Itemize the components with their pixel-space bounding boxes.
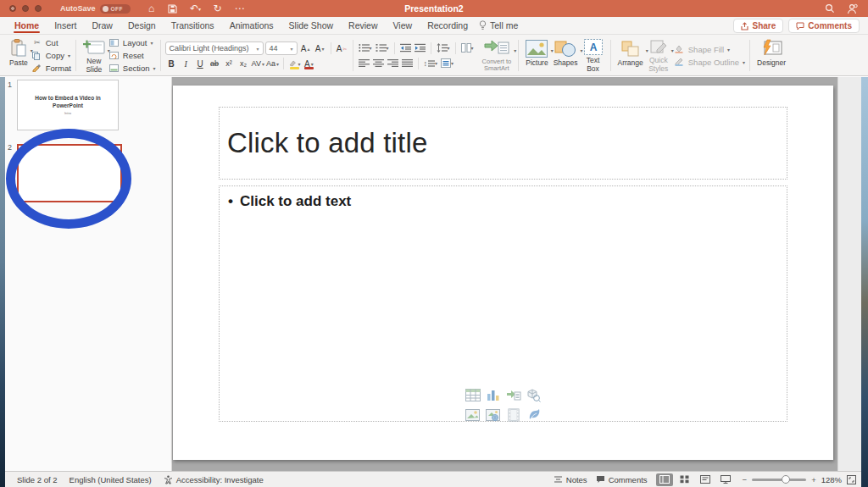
undo-button[interactable]: ↶▾ — [190, 3, 202, 14]
zoom-window-button[interactable] — [35, 5, 42, 12]
slide1-thumbnail[interactable]: How to Embed a Video in PowerPoint Intro — [17, 80, 119, 130]
strikethrough-button[interactable]: ab — [209, 58, 221, 69]
picture-button[interactable]: ▾ Picture — [523, 37, 550, 74]
tab-home[interactable]: Home — [7, 17, 47, 34]
shape-outline-button[interactable]: Shape Outline ▾ — [675, 56, 745, 68]
fit-to-window-icon[interactable] — [847, 475, 856, 484]
account-icon[interactable] — [847, 3, 858, 14]
tab-insert[interactable]: Insert — [47, 17, 84, 34]
justify-icon — [402, 58, 413, 68]
insert-table-icon[interactable] — [465, 388, 481, 402]
italic-button[interactable]: I — [180, 58, 192, 69]
text-direction-button[interactable]: ↕ ▾ — [423, 58, 439, 69]
tab-view[interactable]: View — [386, 17, 420, 34]
shapes-button[interactable]: ▾ Shapes — [551, 37, 581, 74]
align-center-button[interactable] — [372, 58, 385, 69]
highlight-color-button[interactable]: ▾ — [288, 58, 301, 69]
underline-button[interactable]: U — [194, 58, 207, 69]
increase-indent-button[interactable] — [414, 42, 426, 54]
layout-button[interactable]: Layout ▾ — [109, 37, 156, 49]
tab-transitions[interactable]: Transitions — [164, 17, 222, 34]
copy-button[interactable]: Copy ▾ — [32, 50, 71, 62]
close-window-button[interactable] — [9, 5, 16, 12]
tab-review[interactable]: Review — [341, 17, 385, 34]
notes-button[interactable]: Notes — [554, 475, 587, 484]
columns-button[interactable]: ▾ — [460, 42, 475, 54]
comments-button[interactable]: Comments — [788, 19, 860, 33]
tab-slide-show[interactable]: Slide Show — [281, 17, 342, 34]
accessibility-status[interactable]: Accessibility: Investigate — [164, 475, 264, 484]
text-box-button[interactable]: A Text Box — [581, 37, 606, 74]
zoom-slider-knob[interactable] — [782, 475, 790, 484]
body-placeholder[interactable]: • Click to add text — [219, 185, 787, 422]
zoom-slider[interactable] — [752, 479, 806, 481]
tab-animations[interactable]: Animations — [222, 17, 281, 34]
convert-to-smartart-button[interactable]: ▾ Convert to SmartArt — [480, 37, 515, 74]
designer-button[interactable]: Designer — [754, 37, 788, 74]
slide-show-button[interactable] — [717, 473, 734, 486]
zoom-out-button[interactable]: − — [743, 475, 748, 484]
font-color-button[interactable]: A ▾ — [303, 58, 315, 69]
new-slide-button[interactable]: ▾ New Slide — [81, 37, 108, 74]
save-icon[interactable] — [168, 4, 180, 14]
reset-button[interactable]: Reset — [109, 50, 156, 62]
align-right-button[interactable] — [387, 58, 399, 69]
language-indicator[interactable]: English (United States) — [70, 475, 152, 484]
insert-stock-image-icon[interactable] — [486, 407, 501, 422]
cut-button[interactable]: ✂ Cut — [32, 37, 71, 49]
slide-editor[interactable]: Click to add title • Click to add text — [173, 86, 833, 460]
more-commands-icon[interactable]: ⋯ — [234, 3, 246, 14]
font-size-select[interactable]: 44 ▾ — [265, 42, 298, 55]
change-case-button[interactable]: Aa▾ — [266, 58, 279, 69]
slide-number-indicator[interactable]: Slide 2 of 2 — [17, 475, 58, 484]
justify-button[interactable] — [401, 58, 414, 69]
character-spacing-button[interactable]: AV▾ — [252, 58, 264, 69]
zoom-level[interactable]: 128% — [821, 475, 842, 484]
insert-video-icon[interactable] — [506, 407, 521, 422]
insert-icon-icon[interactable] — [526, 407, 542, 422]
tell-me-button[interactable]: Tell me — [479, 20, 518, 30]
font-name-select[interactable]: Calibri Light (Headings) ▾ — [165, 42, 264, 55]
reading-view-button[interactable] — [697, 473, 714, 486]
subscript-button[interactable]: x₂ — [237, 58, 250, 69]
redo-button[interactable]: ↻ — [212, 3, 224, 14]
line-spacing-button[interactable]: ▾ — [436, 42, 451, 54]
superscript-button[interactable]: x² — [223, 58, 236, 69]
insert-picture-icon[interactable] — [465, 407, 481, 422]
bullets-button[interactable]: ▾ — [358, 42, 373, 54]
home-icon[interactable]: ⌂ — [146, 3, 158, 14]
tab-draw[interactable]: Draw — [84, 17, 120, 34]
tab-recording[interactable]: Recording — [420, 17, 476, 34]
decrease-font-size-button[interactable]: A▾ — [314, 42, 326, 54]
share-button[interactable]: Share — [733, 19, 784, 33]
tab-design[interactable]: Design — [120, 17, 164, 34]
insert-chart-icon[interactable] — [486, 388, 501, 402]
bold-button[interactable]: B — [165, 58, 178, 69]
paste-button[interactable]: ▾ Paste — [7, 37, 31, 74]
autosave-switch[interactable]: OFF — [100, 4, 131, 14]
align-text-button[interactable]: ▾ — [440, 58, 454, 69]
slide-sorter-view-button[interactable] — [676, 473, 693, 486]
quick-styles-button[interactable]: ▾ Quick Styles — [646, 37, 671, 74]
insert-smartart-icon[interactable] — [506, 388, 521, 402]
clear-formatting-button[interactable]: A✂ — [336, 42, 348, 54]
format-painter-button[interactable]: Format — [32, 62, 71, 74]
title-placeholder-text: Click to add title — [220, 127, 428, 159]
statusbar-comments-button[interactable]: Comments — [596, 475, 648, 484]
minimize-window-button[interactable] — [22, 5, 29, 12]
svg-text:A: A — [589, 42, 597, 53]
align-left-button[interactable] — [358, 58, 370, 69]
title-placeholder[interactable]: Click to add title — [219, 107, 787, 180]
arrange-button[interactable]: ▾ Arrange — [615, 37, 646, 74]
zoom-in-button[interactable]: + — [811, 475, 816, 484]
normal-view-button[interactable] — [656, 473, 673, 486]
vertical-scrollbar[interactable] — [837, 77, 861, 471]
autosave-toggle[interactable]: AutoSave OFF — [60, 4, 131, 14]
insert-3d-model-icon[interactable] — [526, 388, 542, 402]
decrease-indent-button[interactable] — [399, 42, 412, 54]
increase-font-size-button[interactable]: A▴ — [299, 42, 312, 54]
search-icon[interactable] — [825, 3, 835, 14]
section-button[interactable]: Section ▾ — [109, 62, 156, 74]
numbering-button[interactable]: ▾ — [375, 42, 390, 54]
shape-fill-button[interactable]: Shape Fill ▾ — [675, 43, 745, 55]
